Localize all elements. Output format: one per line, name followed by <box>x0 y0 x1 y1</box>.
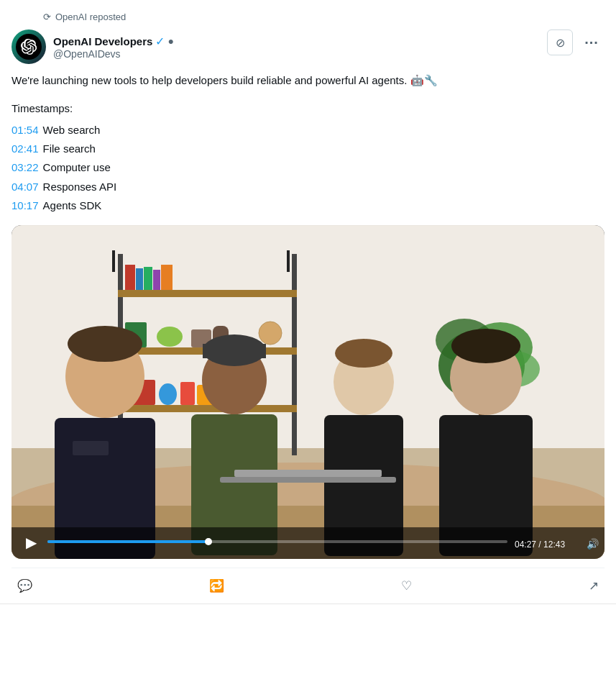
svg-rect-28 <box>112 250 115 272</box>
like-button[interactable]: ♡ <box>395 574 418 598</box>
timestamp-label-3: Responses API <box>43 178 117 196</box>
svg-rect-33 <box>73 441 109 455</box>
verified-icon: ✓ <box>155 35 165 48</box>
timestamp-link-0[interactable]: 01:54 <box>12 121 39 140</box>
more-icon: ··· <box>584 35 599 51</box>
svg-rect-10 <box>136 268 143 290</box>
tweet-card: ⟳ OpenAI reposted OpenAI Developers ✓ ● <box>0 0 616 604</box>
svg-text:04:27 / 12:43: 04:27 / 12:43 <box>515 539 565 550</box>
svg-rect-8 <box>118 405 297 412</box>
tweet-header: OpenAI Developers ✓ ● @OpenAIDevs ⊘ ··· <box>12 29 604 64</box>
timestamp-link-1[interactable]: 02:41 <box>12 140 39 158</box>
timestamp-link-3[interactable]: 04:07 <box>12 178 39 196</box>
video-scene-svg: ▶ 04:27 / 12:43 🔊 <box>12 225 604 559</box>
svg-text:▶: ▶ <box>26 534 37 550</box>
svg-point-39 <box>335 339 392 368</box>
svg-rect-44 <box>234 470 382 477</box>
svg-rect-45 <box>220 477 396 483</box>
timestamp-row-0: 01:54 Web search <box>12 121 604 140</box>
video-thumbnail[interactable]: ▶ 04:27 / 12:43 🔊 <box>12 225 604 559</box>
timestamp-row-1: 02:41 File search <box>12 140 604 158</box>
timestamp-row-3: 04:07 Responses API <box>12 178 604 196</box>
svg-point-18 <box>259 322 282 345</box>
display-name-row: OpenAI Developers ✓ ● <box>53 35 174 48</box>
svg-point-15 <box>157 327 183 347</box>
reply-icon: 💬 <box>17 578 32 593</box>
repost-text: OpenAI reposted <box>55 12 126 22</box>
timestamps-title: Timestamps: <box>12 99 604 118</box>
timestamp-label-0: Web search <box>43 121 101 140</box>
timestamp-label-1: File search <box>43 140 96 158</box>
svg-point-31 <box>68 326 142 362</box>
svg-rect-12 <box>153 270 160 290</box>
svg-rect-6 <box>118 290 297 297</box>
share-icon: ↗ <box>589 578 599 593</box>
timestamp-link-4[interactable]: 10:17 <box>12 196 39 215</box>
timestamp-row-2: 03:22 Computer use <box>12 158 604 177</box>
more-options-button[interactable]: ··· <box>579 29 604 55</box>
action-bar: 💬 🔁 ♡ ↗ <box>12 568 604 604</box>
timestamp-row-4: 10:17 Agents SDK <box>12 196 604 215</box>
svg-rect-11 <box>144 267 152 290</box>
grey-badge-icon: ● <box>167 35 173 47</box>
timestamps-section: Timestamps: 01:54 Web search 02:41 File … <box>12 99 604 216</box>
mute-button[interactable]: ⊘ <box>547 29 573 55</box>
svg-point-42 <box>451 329 520 363</box>
share-button[interactable]: ↗ <box>583 574 604 598</box>
timestamp-label-2: Computer use <box>43 158 111 177</box>
reply-button[interactable]: 💬 <box>12 574 38 598</box>
svg-rect-20 <box>159 383 177 405</box>
like-icon: ♡ <box>401 578 412 593</box>
openai-svg-icon <box>21 39 37 55</box>
avatar[interactable] <box>12 29 46 64</box>
timestamp-link-2[interactable]: 03:22 <box>12 158 39 177</box>
mute-icon: ⊘ <box>556 36 565 50</box>
tweet-emojis: 🤖🔧 <box>410 74 438 86</box>
svg-rect-36 <box>203 344 266 358</box>
repost-icon: ⟳ <box>43 12 51 22</box>
svg-rect-13 <box>161 265 173 290</box>
svg-rect-49 <box>47 540 208 543</box>
timestamp-label-4: Agents SDK <box>43 196 102 215</box>
username[interactable]: @OpenAIDevs <box>53 48 174 60</box>
openai-logo <box>16 34 42 60</box>
account-info-section: OpenAI Developers ✓ ● @OpenAIDevs <box>12 29 174 64</box>
repost-label: ⟳ OpenAI reposted <box>43 12 604 22</box>
header-actions: ⊘ ··· <box>547 29 604 55</box>
tweet-text: We're launching new tools to help develo… <box>12 73 604 89</box>
tweet-text-content: We're launching new tools to help develo… <box>12 74 407 86</box>
svg-point-50 <box>205 538 212 545</box>
display-name[interactable]: OpenAI Developers <box>53 35 152 47</box>
svg-rect-29 <box>287 250 290 272</box>
retweet-icon: 🔁 <box>209 578 224 593</box>
account-details: OpenAI Developers ✓ ● @OpenAIDevs <box>53 35 174 60</box>
svg-text:🔊: 🔊 <box>587 538 599 550</box>
svg-rect-21 <box>180 382 195 405</box>
svg-rect-9 <box>125 265 135 290</box>
retweet-button[interactable]: 🔁 <box>203 574 230 598</box>
